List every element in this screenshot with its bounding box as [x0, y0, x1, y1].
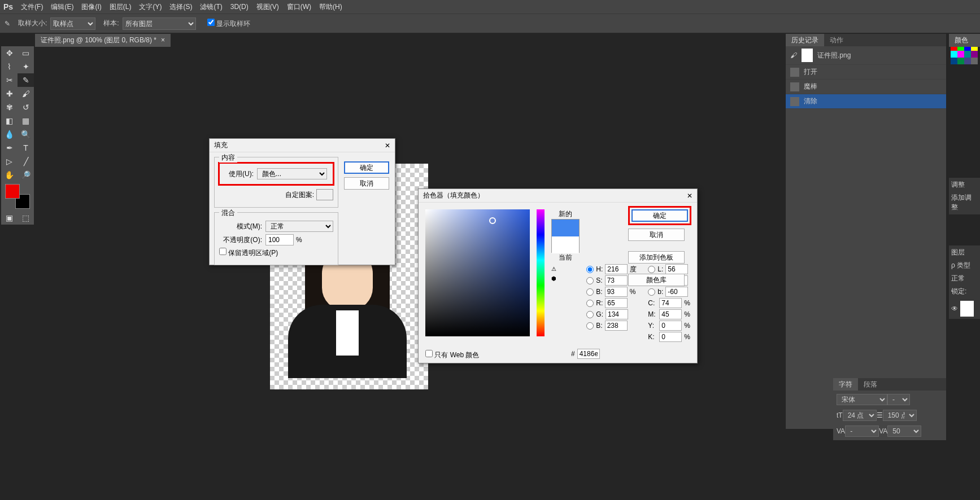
blend-legend: 混合: [219, 208, 237, 218]
web-only-checkbox[interactable]: 只有 Web 颜色: [425, 351, 479, 359]
menu-window[interactable]: 窗口(W): [287, 2, 311, 12]
fill-ok-button[interactable]: 确定: [344, 161, 389, 174]
menu-view[interactable]: 视图(V): [256, 2, 279, 12]
zoom-tool[interactable]: 🔎: [18, 168, 34, 182]
warn-icon[interactable]: ⚠: [551, 266, 580, 272]
font-select[interactable]: 宋体: [837, 394, 887, 405]
history-step[interactable]: 魔棒: [786, 80, 946, 94]
hue-slider[interactable]: [537, 209, 545, 336]
spot-heal-tool[interactable]: ✚: [1, 87, 18, 100]
menu-3d[interactable]: 3D(D): [230, 3, 249, 11]
hand-tool[interactable]: ✋: [1, 168, 18, 182]
quick-mask-tool[interactable]: ▣: [1, 211, 18, 225]
b-input[interactable]: [605, 287, 628, 297]
r-input[interactable]: [605, 298, 628, 308]
cube-icon[interactable]: ⬢: [551, 275, 580, 282]
tab-paragraph[interactable]: 段落: [858, 378, 883, 391]
crop-tool[interactable]: ✂: [1, 73, 18, 87]
menu-edit[interactable]: 编辑(E): [51, 2, 73, 12]
blur-tool[interactable]: 💧: [1, 128, 18, 141]
pen-tool[interactable]: ✒: [1, 141, 18, 155]
leading-select[interactable]: 150 点: [883, 410, 917, 421]
eyedropper-tool[interactable]: ✎: [18, 73, 34, 87]
kerning-select[interactable]: -: [845, 426, 879, 437]
menu-filter[interactable]: 滤镜(T): [200, 2, 222, 12]
type-tool[interactable]: T: [18, 141, 34, 155]
path-tool[interactable]: ▷: [1, 155, 18, 168]
tab-history[interactable]: 历史记录: [786, 34, 824, 46]
sample-select[interactable]: 所有图层: [123, 17, 196, 30]
eraser-tool[interactable]: ◧: [1, 114, 18, 128]
cp-add-swatch-button[interactable]: 添加到色板: [628, 251, 685, 264]
move-tool[interactable]: ✥: [1, 46, 18, 60]
color-field[interactable]: [425, 209, 530, 336]
sample-size-select[interactable]: 取样点: [50, 17, 95, 30]
history-step[interactable]: 清除: [786, 94, 946, 109]
g-radio[interactable]: [586, 311, 594, 318]
preserve-trans-checkbox[interactable]: 保留透明区域(P): [219, 248, 278, 258]
close-tab-icon[interactable]: ×: [161, 36, 165, 44]
gradient-tool[interactable]: ▦: [18, 114, 34, 128]
lab-b-radio[interactable]: [648, 288, 655, 296]
lasso-tool[interactable]: ⌇: [1, 60, 18, 73]
tab-actions[interactable]: 动作: [824, 34, 849, 46]
hex-input[interactable]: [577, 349, 600, 359]
eye-icon[interactable]: 👁: [951, 305, 958, 313]
menu-type[interactable]: 文字(Y): [139, 2, 162, 12]
marquee-tool[interactable]: ▭: [18, 46, 34, 60]
menu-file[interactable]: 文件(F): [21, 2, 43, 12]
cp-cancel-button[interactable]: 取消: [628, 229, 685, 241]
font-size-select[interactable]: 24 点: [843, 410, 877, 421]
history-step-label: 清除: [804, 97, 817, 106]
s-input[interactable]: [605, 275, 628, 286]
tracking-select[interactable]: 50: [887, 426, 921, 437]
color-panel-tab[interactable]: 颜色: [949, 34, 980, 47]
m-input[interactable]: [659, 309, 682, 319]
b-radio[interactable]: [586, 288, 594, 296]
fg-color[interactable]: [5, 184, 20, 199]
clone-tool[interactable]: ✾: [1, 100, 18, 114]
history-step[interactable]: 打开: [786, 65, 946, 80]
menu-help[interactable]: 帮助(H): [319, 2, 342, 12]
bv-input[interactable]: [605, 321, 628, 331]
layer-thumb[interactable]: [960, 301, 974, 317]
lab-b-input[interactable]: [665, 287, 688, 297]
g-input[interactable]: [606, 309, 628, 319]
magic-wand-tool[interactable]: ✦: [18, 60, 34, 73]
mode-select[interactable]: 正常: [265, 221, 333, 232]
menu-select[interactable]: 选择(S): [169, 2, 192, 12]
menu-layer[interactable]: 图层(L): [110, 2, 132, 12]
fill-cancel-button[interactable]: 取消: [344, 177, 389, 190]
history-brush-tool[interactable]: ↺: [18, 100, 34, 114]
adjust-panel[interactable]: 调整 添加调整: [949, 178, 980, 214]
brush-tool[interactable]: 🖌: [18, 87, 34, 100]
pattern-thumb[interactable]: [316, 189, 333, 200]
tab-character[interactable]: 字符: [833, 378, 858, 391]
menu-image[interactable]: 图像(I): [81, 2, 101, 12]
show-ring-checkbox[interactable]: 显示取样环: [207, 19, 250, 29]
k-input[interactable]: [659, 332, 682, 342]
opacity-input[interactable]: [265, 234, 294, 245]
swatches-mini[interactable]: [951, 44, 979, 64]
close-icon[interactable]: ✕: [687, 192, 692, 200]
screen-mode-tool[interactable]: ⬚: [18, 211, 34, 225]
r-radio[interactable]: [586, 300, 594, 307]
close-icon[interactable]: ✕: [385, 142, 390, 150]
s-radio[interactable]: [586, 277, 594, 284]
dodge-tool[interactable]: 🔍: [18, 128, 34, 141]
cp-libraries-button[interactable]: 颜色库: [628, 274, 685, 286]
shape-tool[interactable]: ╱: [18, 155, 34, 168]
color-swatch[interactable]: [5, 184, 30, 209]
h-radio[interactable]: [586, 266, 594, 273]
history-doc[interactable]: 🖌 证件照.png: [786, 46, 946, 65]
document-tab[interactable]: 证件照.png @ 100% (图层 0, RGB/8) * ×: [35, 34, 171, 47]
character-panel: 字符 段落 宋体 - tT24 点 ☰150 点 VA- VA50: [833, 378, 946, 440]
c-input[interactable]: [659, 298, 682, 308]
use-select[interactable]: 颜色...: [257, 168, 327, 179]
bv-radio[interactable]: [586, 322, 594, 330]
y-input[interactable]: [659, 321, 682, 331]
cp-ok-button[interactable]: 确定: [631, 209, 688, 222]
h-input[interactable]: [605, 264, 628, 274]
font-style-select[interactable]: -: [887, 394, 910, 405]
layers-panel[interactable]: 图层 ρ 类型 正常 锁定: 👁: [949, 245, 980, 319]
